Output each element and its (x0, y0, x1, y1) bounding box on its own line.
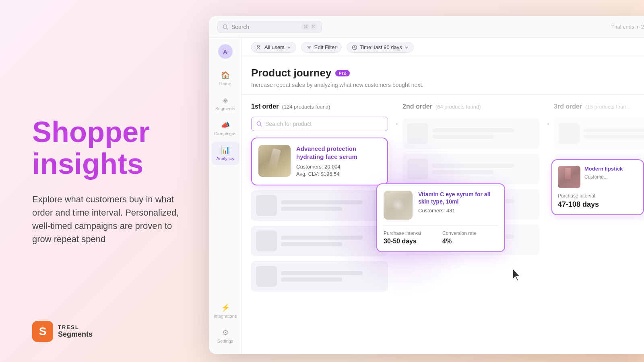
vitamin-interval-value: 30-50 days (384, 238, 439, 245)
vitamin-info: Vitamin C eye syrum for all skin type, 1… (418, 191, 498, 220)
logo-company: TRESL (58, 324, 93, 330)
lipstick-info: Modern lipstick Custome... (584, 166, 623, 188)
svg-point-2 (258, 45, 260, 47)
vitamin-conversion-label: Conversion rate (442, 230, 498, 236)
sidebar-item-analytics[interactable]: 📊 Analytics (212, 142, 239, 165)
home-icon: 🏠 (221, 71, 230, 80)
serum-customers: Customers: 20,004 (296, 164, 381, 170)
time-filter[interactable]: Time: last 90 days (347, 42, 414, 53)
logo-letter: S (39, 325, 47, 338)
svg-line-1 (227, 28, 228, 29)
serum-card[interactable]: Advanced protection hydrating face serum… (251, 138, 388, 185)
topbar: Search ⌘ K Trial ends in 2 (209, 16, 644, 38)
page-header: Product journey Pro Increase repeat sale… (242, 57, 644, 95)
sidebar-item-segments[interactable]: ◈ Segments (212, 92, 239, 115)
vitamin-name: Vitamin C eye syrum for all skin type, 1… (418, 191, 498, 205)
settings-icon: ⚙ (222, 328, 229, 337)
skeleton-card-3 (251, 261, 388, 292)
lipstick-top: Modern lipstick Custome... (558, 166, 638, 188)
left-panel: Shopper insights Explore what customers … (0, 0, 205, 362)
page-title-row: Product journey Pro (251, 67, 642, 79)
chevron-down-icon-2 (405, 45, 409, 49)
users-filter[interactable]: All users (251, 42, 296, 53)
serum-clv: Avg. CLV: $196.54 (296, 171, 381, 177)
app-window: Search ⌘ K Trial ends in 2 A 🏠 Home ◈ Se… (209, 16, 644, 354)
lipstick-name: Modern lipstick (584, 166, 623, 173)
skeleton-img-3 (256, 266, 277, 287)
hero-headline: Shopper insights (32, 116, 181, 180)
vitamin-customers: Customers: 431 (418, 208, 498, 214)
sidebar-item-settings[interactable]: ⚙ Settings (212, 324, 239, 348)
chevron-down-icon (287, 45, 291, 49)
serum-name: Advanced protection hydrating face serum (296, 145, 381, 160)
edit-filter-label: Edit Filter (314, 44, 336, 50)
skeleton-card-1 (251, 190, 388, 221)
avatar: A (218, 44, 233, 59)
clock-icon (352, 45, 357, 50)
col2-count: (64 products found) (436, 104, 481, 110)
sidebar-label-analytics: Analytics (216, 156, 234, 161)
sidebar-label-campaigns: Campaigns (214, 131, 237, 136)
col3-count: (15 products foun... (585, 104, 630, 110)
hero-description: Explore what customers buy in what order… (32, 193, 181, 246)
sidebar-label-settings: Settings (217, 339, 233, 343)
col2-skeleton-1 (402, 118, 539, 149)
logo-area: S TRESL Segments (32, 321, 93, 342)
lipstick-interval-value: 47-108 days (558, 200, 638, 209)
lipstick-interval-label: Purchase interval (558, 193, 638, 199)
vitamin-card[interactable]: Vitamin C eye syrum for all skin type, 1… (376, 183, 505, 252)
product-search-input[interactable]: Search for product (251, 117, 388, 131)
hero-line2: insights (32, 148, 181, 180)
sidebar-item-integrations[interactable]: ⚡ Integrations (212, 299, 239, 323)
col1-header: 1st order (124 products found) (251, 103, 388, 110)
hero-line1: Shopper (32, 116, 181, 148)
col-1st-order: 1st order (124 products found) Search fo… (251, 103, 388, 346)
vitamin-stats: Purchase interval 30-50 days Conversion … (384, 225, 498, 245)
col-3rd-order: 3rd order (15 products foun... (554, 103, 644, 346)
users-icon (256, 45, 262, 50)
logo-icon: S (32, 321, 53, 342)
sidebar-item-home[interactable]: 🏠 Home (212, 67, 239, 90)
skeleton-card-2 (251, 226, 388, 256)
campaigns-icon: 📣 (221, 121, 230, 130)
segments-icon: ◈ (223, 96, 228, 105)
journey-area: 1st order (124 products found) Search fo… (242, 95, 644, 354)
time-filter-label: Time: last 90 days (360, 44, 402, 50)
sidebar-item-campaigns[interactable]: 📣 Campaigns (212, 117, 239, 140)
col3-skeleton-1 (554, 118, 644, 149)
logo-text: TRESL Segments (58, 324, 93, 339)
search-shortcut: ⌘ K (302, 24, 317, 30)
col3-header: 3rd order (15 products foun... (554, 103, 644, 110)
product-search-placeholder: Search for product (265, 121, 312, 127)
users-filter-label: All users (264, 44, 285, 50)
col1-title: 1st order (251, 103, 279, 110)
integrations-icon: ⚡ (221, 303, 230, 312)
arrow-2-3: → (543, 103, 551, 346)
vitamin-interval-block: Purchase interval 30-50 days (384, 230, 439, 245)
k-key: K (311, 24, 317, 30)
vitamin-card-top: Vitamin C eye syrum for all skin type, 1… (384, 191, 498, 220)
sidebar: A 🏠 Home ◈ Segments 📣 Campaigns 📊 Analyt… (209, 38, 242, 354)
filter-bar: All users Edit Filter (242, 38, 644, 57)
vitamin-interval-label: Purchase interval (384, 230, 439, 236)
col2-header: 2nd order (64 products found) (402, 103, 539, 110)
col3-title: 3rd order (554, 103, 582, 110)
skeleton-img-1 (256, 195, 277, 216)
edit-filter[interactable]: Edit Filter (301, 42, 342, 53)
pro-badge: Pro (335, 70, 350, 76)
search-icon (223, 24, 228, 30)
sidebar-label-segments: Segments (215, 106, 235, 111)
vitamin-conversion-block: Conversion rate 4% (442, 230, 498, 245)
lipstick-card[interactable]: Modern lipstick Custome... Purchase inte… (551, 159, 644, 215)
col1-count: (124 products found) (282, 104, 330, 110)
logo-product: Segments (58, 330, 93, 339)
global-search-bar[interactable]: Search ⌘ K (217, 21, 322, 33)
analytics-icon: 📊 (221, 146, 230, 154)
sidebar-label-home: Home (219, 81, 231, 86)
serum-info: Advanced protection hydrating face serum… (296, 145, 381, 178)
col2-title: 2nd order (402, 103, 432, 110)
vitamin-image (384, 191, 413, 220)
vitamin-conversion-value: 4% (442, 238, 498, 245)
skeleton-lines-1 (281, 200, 383, 211)
search-label: Search (231, 24, 249, 30)
